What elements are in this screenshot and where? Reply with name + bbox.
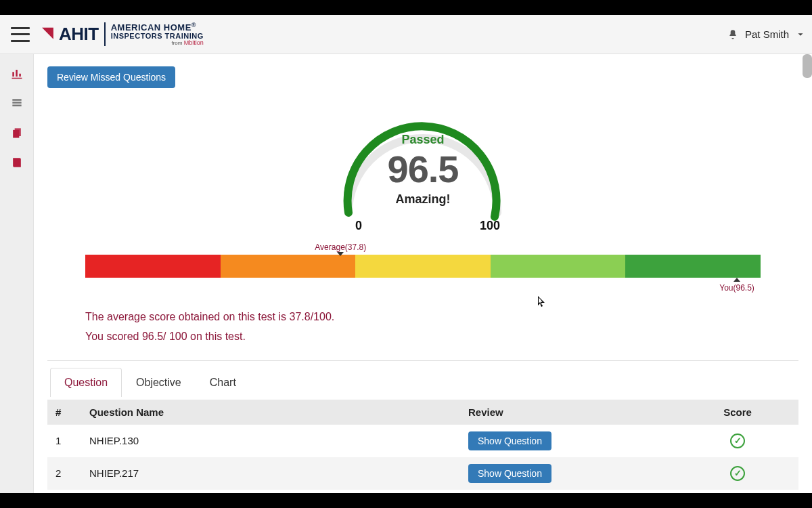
heatbar-avg-tick bbox=[337, 252, 344, 256]
tab-objective[interactable]: Objective bbox=[122, 368, 196, 397]
gauge-max: 100 bbox=[480, 219, 500, 233]
rail-chart-icon[interactable] bbox=[10, 66, 24, 80]
rail-list-icon[interactable] bbox=[10, 96, 24, 110]
heatbar-seg-yellow bbox=[355, 255, 491, 278]
heatbar-seg-red bbox=[85, 255, 221, 278]
gauge-min: 0 bbox=[355, 219, 362, 233]
heatbar-avg-label: Average(37.8) bbox=[315, 242, 366, 252]
gauge-praise: Amazing! bbox=[321, 192, 524, 207]
heatbar-you-tick bbox=[734, 278, 740, 282]
show-question-button[interactable]: Show Question bbox=[468, 431, 551, 450]
review-missed-button[interactable]: Review Missed Questions bbox=[47, 66, 175, 88]
heatbar-seg-orange bbox=[221, 255, 356, 278]
score-summary: The average score obtained on this test … bbox=[85, 308, 761, 347]
th-review: Review bbox=[460, 400, 677, 425]
scrollbar-thumb[interactable] bbox=[803, 54, 812, 78]
show-question-button[interactable]: Show Question bbox=[468, 464, 551, 483]
summary-line1: The average score obtained on this test … bbox=[85, 308, 761, 327]
brand-sub: Mbition bbox=[184, 39, 204, 46]
cell-number: 2 bbox=[47, 457, 81, 490]
th-number: # bbox=[47, 400, 81, 425]
check-icon: ✓ bbox=[730, 466, 745, 481]
questions-table: # Question Name Review Score 1 NHIEP.130… bbox=[47, 400, 798, 490]
brand-short: AHIT bbox=[59, 24, 99, 45]
rail-copy-icon[interactable] bbox=[10, 126, 24, 140]
table-row: 1 NHIEP.130 Show Question ✓ bbox=[47, 425, 798, 457]
summary-line2: You scored 96.5/ 100 on this test. bbox=[85, 327, 761, 347]
heatbar-seg-green bbox=[625, 255, 761, 278]
tab-chart[interactable]: Chart bbox=[196, 368, 250, 397]
score-gauge: Passed 96.5 Amazing! 0 100 bbox=[321, 84, 524, 233]
cell-name: NHIEP.130 bbox=[81, 425, 460, 457]
user-menu[interactable]: Pat Smith bbox=[727, 28, 805, 40]
score-heatbar: Average(37.8) You(96.5) bbox=[85, 255, 761, 278]
user-name: Pat Smith bbox=[745, 28, 789, 40]
menu-hamburger[interactable] bbox=[11, 27, 30, 42]
rail-book-icon[interactable] bbox=[10, 156, 24, 169]
bell-icon bbox=[727, 29, 738, 40]
check-icon: ✓ bbox=[730, 433, 745, 448]
table-row: 2 NHIEP.217 Show Question ✓ bbox=[47, 457, 798, 490]
cell-name: NHIEP.217 bbox=[81, 457, 460, 490]
gauge-score: 96.5 bbox=[321, 147, 524, 191]
brand-logo[interactable]: ◥ AHIT AMERICAN HOME® INSPECTORS TRAININ… bbox=[42, 22, 204, 45]
side-rail bbox=[0, 54, 34, 493]
chevron-down-icon bbox=[796, 30, 805, 39]
gauge-status: Passed bbox=[321, 133, 524, 147]
divider bbox=[47, 360, 798, 361]
th-name: Question Name bbox=[81, 400, 460, 425]
th-score: Score bbox=[677, 400, 798, 425]
cell-number: 1 bbox=[47, 425, 81, 457]
heatbar-seg-lgreen bbox=[491, 255, 626, 278]
tab-question[interactable]: Question bbox=[50, 368, 122, 397]
heatbar-you-label: You(96.5) bbox=[719, 283, 754, 293]
brand-mark-icon: ◥ bbox=[42, 24, 53, 41]
